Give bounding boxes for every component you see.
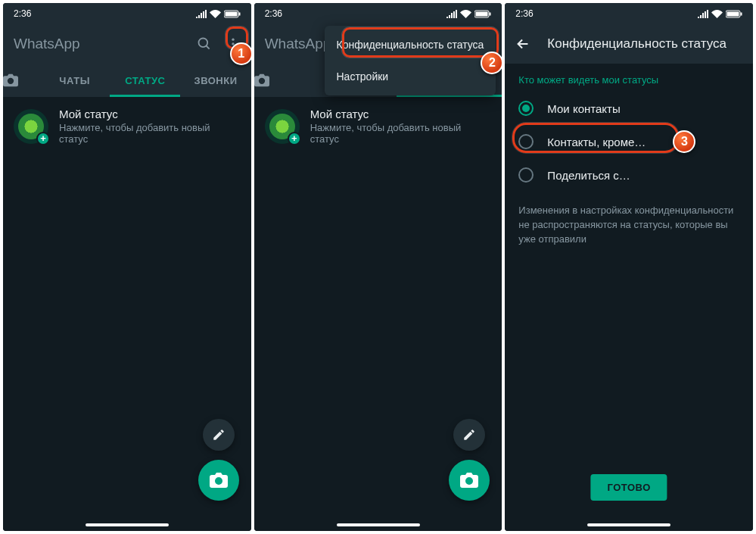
camera-icon: [210, 472, 228, 489]
battery-icon: [224, 10, 241, 18]
android-status-bar: 2:36: [254, 3, 502, 24]
callout-1: 1: [230, 42, 251, 65]
signal-icon: [698, 10, 708, 18]
my-status-subtitle: Нажмите, чтобы добавить новый статус: [59, 122, 241, 145]
android-status-bar: 2:36: [3, 3, 251, 24]
svg-rect-2: [238, 12, 240, 15]
search-icon[interactable]: [197, 36, 212, 52]
camera-icon: [460, 472, 478, 489]
tab-calls[interactable]: ЗВОНКИ: [180, 64, 250, 97]
android-status-bar: 2:36: [505, 3, 753, 24]
pencil-icon: [462, 428, 476, 442]
radio-unselected: [518, 167, 534, 183]
wifi-icon: [711, 10, 723, 18]
option-my-contacts[interactable]: Мои контакты: [505, 92, 753, 125]
fab-edit[interactable]: [453, 419, 485, 451]
svg-point-5: [232, 39, 234, 41]
option-contacts-except[interactable]: Контакты, кроме…: [505, 125, 753, 158]
section-label: Кто может видеть мои статусы: [505, 64, 753, 92]
callout-2: 2: [481, 52, 502, 74]
tab-status[interactable]: СТАТУС: [110, 64, 180, 97]
fab-camera[interactable]: [449, 460, 490, 501]
battery-icon: [474, 10, 491, 18]
done-button[interactable]: ГОТОВО: [591, 474, 667, 501]
app-bar: WhatsApp: [3, 24, 251, 64]
svg-rect-13: [741, 12, 742, 15]
menu-settings[interactable]: Настройки: [325, 61, 496, 92]
privacy-app-bar: Конфиденциальность статуса: [505, 24, 753, 64]
radio-selected: [518, 101, 534, 116]
tab-camera[interactable]: [3, 73, 39, 87]
privacy-hint: Изменения в настройках конфиденциальност…: [505, 192, 753, 259]
fab-edit[interactable]: [203, 419, 235, 451]
option-share-with[interactable]: Поделиться с…: [505, 158, 753, 192]
content-area: + Мой статус Нажмите, чтобы добавить нов…: [254, 97, 502, 531]
privacy-title: Конфиденциальность статуса: [547, 36, 726, 52]
signal-icon: [446, 10, 457, 18]
pencil-icon: [212, 428, 226, 442]
svg-rect-9: [476, 11, 488, 16]
home-indicator[interactable]: [86, 523, 169, 526]
avatar: +: [265, 109, 300, 144]
my-status-title: Мой статус: [310, 108, 492, 120]
phone-screen-1: 2:36 WhatsApp ЧАТЫ СТАТУС ЗВОНКИ +: [3, 3, 251, 531]
svg-rect-10: [490, 12, 491, 15]
home-indicator[interactable]: [337, 523, 420, 526]
options-dropdown: Конфиденциальность статуса Настройки: [325, 26, 496, 95]
app-title: WhatsApp: [14, 36, 183, 52]
radio-unselected: [518, 134, 534, 149]
wifi-icon: [460, 10, 471, 18]
clock: 2:36: [515, 8, 533, 19]
svg-point-3: [198, 39, 207, 48]
signal-icon: [196, 10, 207, 18]
tab-camera[interactable]: [254, 73, 291, 87]
battery-icon: [726, 10, 742, 18]
clock: 2:36: [265, 8, 282, 19]
clock: 2:36: [14, 8, 31, 19]
my-status-row[interactable]: + Мой статус Нажмите, чтобы добавить нов…: [3, 97, 251, 155]
content-area: + Мой статус Нажмите, чтобы добавить нов…: [3, 97, 251, 531]
my-status-subtitle: Нажмите, чтобы добавить новый статус: [310, 122, 492, 145]
home-indicator[interactable]: [587, 523, 670, 526]
tab-chats[interactable]: ЧАТЫ: [39, 64, 110, 97]
plus-icon: +: [36, 132, 50, 145]
svg-line-4: [206, 46, 209, 49]
status-indicators: [446, 10, 491, 18]
tabs: ЧАТЫ СТАТУС ЗВОНКИ: [3, 64, 251, 97]
status-indicators: [196, 10, 241, 18]
privacy-content: Кто может видеть мои статусы Мои контакт…: [505, 64, 753, 531]
my-status-title: Мой статус: [59, 108, 241, 120]
menu-status-privacy[interactable]: Конфиденциальность статуса: [325, 29, 496, 61]
phone-screen-3: 2:36 Конфиденциальность статуса Кто може…: [505, 3, 753, 531]
avatar: +: [14, 109, 48, 144]
my-status-row[interactable]: + Мой статус Нажмите, чтобы добавить нов…: [254, 97, 502, 155]
status-indicators: [698, 10, 742, 18]
fab-camera[interactable]: [198, 460, 239, 501]
svg-rect-12: [727, 11, 739, 16]
phone-screen-2: 2:36 WhatsApp ЧАТЫ + Мой статус Нажмите,…: [254, 3, 502, 531]
plus-icon: +: [288, 132, 301, 145]
svg-rect-1: [225, 11, 237, 16]
back-button[interactable]: [508, 29, 538, 59]
arrow-left-icon: [515, 36, 531, 52]
wifi-icon: [210, 10, 221, 18]
